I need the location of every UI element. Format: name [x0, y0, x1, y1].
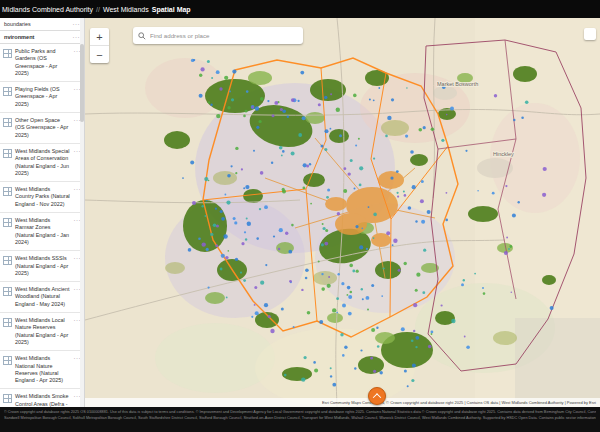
layer-label: Playing Fields (OS Greenspace - Apr 2025…: [15, 86, 71, 108]
layer-list-item[interactable]: West Midlands SSSIs (Natural England - A…: [0, 251, 84, 282]
attribution-line-2: Sandwell Metropolitan Borough Council, S…: [4, 416, 596, 422]
layer-label: West Midlands Local Nature Reserves (Nat…: [15, 317, 71, 346]
layer-label: West Midlands Ramsar Zones (Natural Engl…: [15, 217, 71, 246]
group-label-environment: nvironment: [4, 34, 34, 40]
kebab-menu-icon[interactable]: ···: [73, 21, 81, 27]
layer-list-item[interactable]: West Midlands Ancient Woodland (Natural …: [0, 282, 84, 313]
zoom-widget: + −: [90, 28, 109, 63]
layer-label: West Midlands Smoke Control Areas (Defra…: [15, 393, 71, 407]
layer-label: West Midlands SSSIs (Natural England - A…: [15, 255, 71, 277]
attribution-footer: © Crown copyright and database rights 20…: [0, 407, 600, 432]
kebab-menu-icon[interactable]: ···: [73, 34, 81, 40]
layer-list-item[interactable]: West Midlands Country Parks (Natural Eng…: [0, 182, 84, 213]
layer-thumbnail-icon: [3, 318, 12, 327]
layer-list-item[interactable]: West Midlands Ramsar Zones (Natural Engl…: [0, 213, 84, 251]
layer-thumbnail-icon: [3, 149, 12, 158]
layer-thumbnail-icon: [3, 118, 12, 127]
map-canvas[interactable]: Market Bosworth Hinckley: [85, 18, 600, 407]
layer-list-item[interactable]: Playing Fields (OS Greenspace - Apr 2025…: [0, 82, 84, 113]
layer-label: Other Open Space (OS Greenspace - Apr 20…: [15, 117, 71, 139]
map-area[interactable]: Market Bosworth Hinckley + −: [85, 18, 600, 407]
title-separator: //: [96, 6, 100, 13]
app-title: Spatial Map: [152, 6, 191, 13]
layer-thumbnail-icon: [3, 256, 12, 265]
layer-list: Public Parks and Gardens (OS Greenspace …: [0, 44, 84, 407]
scroll-up-fab[interactable]: [368, 387, 386, 405]
attribution-line-1: © Crown copyright and database rights 20…: [4, 410, 596, 416]
layer-thumbnail-icon: [3, 87, 12, 96]
app-subtitle: West Midlands: [103, 6, 149, 13]
layer-label: West Midlands National Nature Reserves (…: [15, 355, 71, 384]
layer-thumbnail-icon: [3, 287, 12, 296]
layer-thumbnail-icon: [3, 394, 12, 403]
group-label-boundaries: boundaries: [4, 21, 31, 27]
chevron-up-icon: [373, 393, 381, 401]
sidebar-group-environment[interactable]: nvironment ···: [0, 31, 84, 44]
layer-list-item[interactable]: West Midlands Special Areas of Conservat…: [0, 144, 84, 182]
layer-thumbnail-icon: [3, 218, 12, 227]
layer-label: West Midlands Ancient Woodland (Natural …: [15, 286, 71, 308]
sidebar-scrollbar[interactable]: [80, 18, 84, 407]
layer-list-item[interactable]: Public Parks and Gardens (OS Greenspace …: [0, 44, 84, 82]
spatial-map-app: Midlands Combined Authority // West Midl…: [0, 0, 600, 432]
search-bar: [133, 27, 303, 44]
layer-thumbnail-icon: [3, 356, 12, 365]
search-input[interactable]: [150, 32, 298, 39]
layer-list-item[interactable]: West Midlands National Nature Reserves (…: [0, 351, 84, 389]
zoom-in-button[interactable]: +: [90, 28, 109, 45]
sidebar-group-boundaries[interactable]: boundaries ···: [0, 18, 84, 31]
org-title: Midlands Combined Authority: [2, 6, 93, 13]
layer-list-item[interactable]: West Midlands Local Nature Reserves (Nat…: [0, 313, 84, 351]
layer-label: West Midlands Special Areas of Conservat…: [15, 148, 71, 177]
layer-list-item[interactable]: Other Open Space (OS Greenspace - Apr 20…: [0, 113, 84, 144]
scrollbar-thumb[interactable]: [80, 44, 84, 122]
layer-list-sidebar: boundaries ··· nvironment ··· Public Par…: [0, 18, 85, 407]
layer-label: Public Parks and Gardens (OS Greenspace …: [15, 48, 71, 77]
app-header: Midlands Combined Authority // West Midl…: [0, 0, 600, 18]
layer-thumbnail-icon: [3, 49, 12, 58]
map-widget-button[interactable]: [584, 28, 596, 40]
map-label-market-bosworth: Market Bosworth: [437, 81, 478, 87]
layer-list-item[interactable]: West Midlands Smoke Control Areas (Defra…: [0, 389, 84, 407]
map-label-hinckley: Hinckley: [493, 151, 514, 157]
zoom-out-button[interactable]: −: [90, 46, 109, 63]
layer-thumbnail-icon: [3, 187, 12, 196]
layer-label: West Midlands Country Parks (Natural Eng…: [15, 186, 71, 208]
search-icon: [138, 32, 146, 40]
map-attribution: Esri Community Maps Contributors, © Crow…: [85, 398, 600, 407]
